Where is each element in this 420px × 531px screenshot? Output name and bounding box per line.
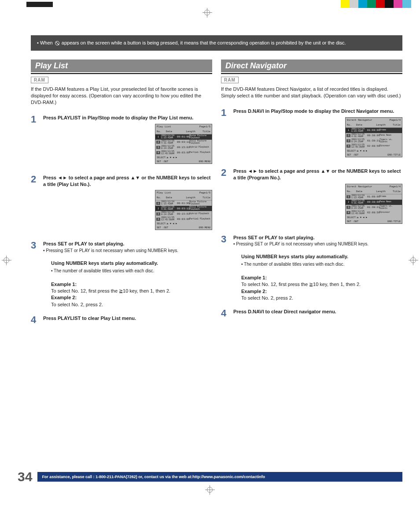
intro-text: If the DVD-RAM features Direct Navigator… xyxy=(221,86,402,99)
intro-text: If the DVD-RAM features a Play List, you… xyxy=(31,86,212,106)
step-1: 1 Press D.NAVI in Play/Stop mode to disp… xyxy=(221,108,402,163)
step-text: Press ◄► to select a page and press ▲▼ o… xyxy=(43,175,212,188)
example-label: Example 2: xyxy=(51,295,77,300)
osd-playlist-a: Play ListPage1/5No.DateLengthTitle12002/… xyxy=(155,124,212,164)
step-subtext: • Pressing SET or PLAY is not necessary … xyxy=(233,241,402,246)
step-2: 2 Press ◄► to select a page and press ▲▼… xyxy=(221,168,402,229)
example-label: Example 1: xyxy=(241,275,267,280)
rule xyxy=(221,73,402,74)
step-text: Press D.NAVI in Play/Stop mode to displa… xyxy=(233,108,402,115)
step-number: 2 xyxy=(31,175,39,236)
auto-bullet: • The number of available titles varies … xyxy=(51,268,212,274)
crop-mark xyxy=(203,8,212,18)
page-number: 34 xyxy=(18,469,32,484)
step-text: Press PLAYLIST in Play/Stop mode to disp… xyxy=(43,115,212,121)
osd-playlist-b: Play ListPage1/5No.DateLengthTitle12002/… xyxy=(155,190,212,230)
auto-bullet: • The number of available titles varies … xyxy=(241,261,402,267)
step-4: 4 Press D.NAVI to clear Direct navigator… xyxy=(221,308,402,318)
prohibited-note: • When appears on the screen while a but… xyxy=(31,35,402,51)
rule xyxy=(31,73,212,74)
step-number: 4 xyxy=(221,308,229,318)
step-number: 3 xyxy=(221,234,229,302)
osd-navigator-b: Direct NavigatorPage1/4No.DateLengthTitl… xyxy=(345,184,402,224)
auto-heading: Using NUMBER keys starts play automatica… xyxy=(241,253,402,260)
note-text-before: When xyxy=(40,40,53,45)
step-1: 1 Press PLAYLIST in Play/Stop mode to di… xyxy=(31,115,212,169)
step-text: Press ◄► to select a page and press ▲▼ o… xyxy=(233,168,402,181)
step-number: 2 xyxy=(221,168,229,229)
step-number: 4 xyxy=(31,315,39,325)
step-2: 2 Press ◄► to select a page and press ▲▼… xyxy=(31,175,212,236)
section-heading: Direct Navigator xyxy=(221,59,402,72)
example-text: To select No. 2, press 2. xyxy=(51,301,212,308)
printer-color-bar xyxy=(26,2,53,7)
example-text: To select No. 12, first press the ≧10 ke… xyxy=(51,288,212,294)
ram-badge: RAM xyxy=(221,77,239,83)
step-4: 4 Press PLAYLIST to clear Play List menu… xyxy=(31,315,212,325)
example-label: Example 2: xyxy=(241,289,267,294)
step-text: Press SET or PLAY to start playing. xyxy=(43,241,212,247)
step-text: Press D.NAVI to clear Direct navigator m… xyxy=(233,308,402,315)
osd-navigator-a: Direct NavigatorPage1/4No.DateLengthTitl… xyxy=(345,117,402,157)
playlist-column: Play List RAM If the DVD-RAM features a … xyxy=(31,59,212,330)
example-text: To select No. 12, first press the ≧10 ke… xyxy=(241,281,402,288)
ram-badge: RAM xyxy=(31,77,48,83)
step-3: 3 Press SET or PLAY to start playing. • … xyxy=(221,234,402,302)
step-number: 1 xyxy=(221,108,229,163)
registration-mark xyxy=(205,485,215,495)
example-text: To select No. 2, press 2. xyxy=(241,295,402,301)
step-subtext: • Pressing SET or PLAY is not necessary … xyxy=(43,248,212,253)
step-text: Press SET or PLAY to start playing. xyxy=(233,234,402,241)
section-heading: Play List xyxy=(31,59,212,72)
step-3: 3 Press SET or PLAY to start playing. • … xyxy=(31,241,212,308)
navigator-column: Direct Navigator RAM If the DVD-RAM feat… xyxy=(221,59,402,330)
auto-heading: Using NUMBER keys starts play automatica… xyxy=(51,260,212,267)
step-number: 3 xyxy=(31,241,39,308)
step-text: Press PLAYLIST to clear Play List menu. xyxy=(43,315,212,322)
example-label: Example 1: xyxy=(51,282,77,287)
registration-mark xyxy=(2,256,11,265)
registration-mark xyxy=(409,256,418,265)
prohibit-icon xyxy=(55,41,59,45)
note-text-after: appears on the screen while a button is … xyxy=(62,40,346,45)
printer-color-swatches xyxy=(341,0,411,8)
step-number: 1 xyxy=(31,115,39,169)
page-footer: 34 For assistance, please call : 1-800-2… xyxy=(18,469,402,484)
assistance-bar: For assistance, please call : 1-800-211-… xyxy=(37,472,402,482)
